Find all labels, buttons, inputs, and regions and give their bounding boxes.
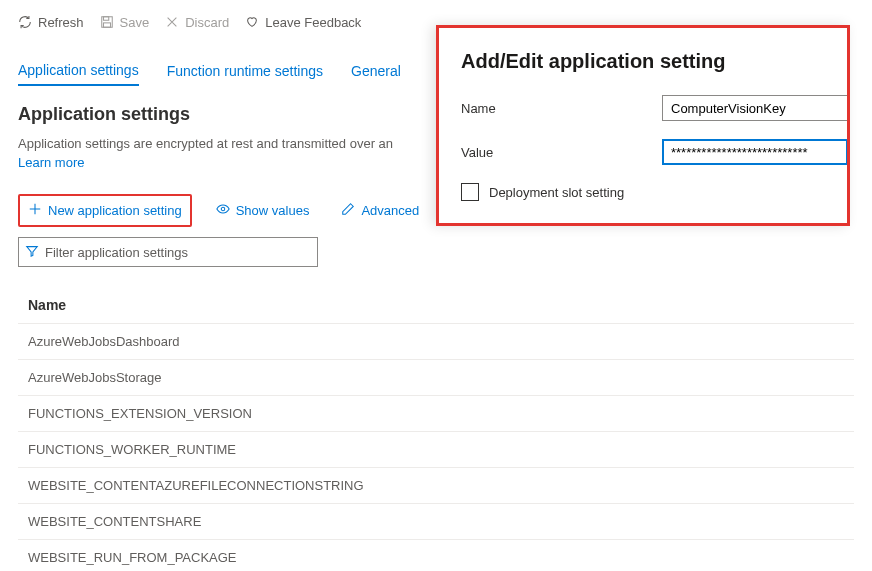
slot-setting-label: Deployment slot setting <box>489 185 624 200</box>
panel-row-value: Value <box>461 139 847 165</box>
panel-row-name: Name <box>461 95 847 121</box>
refresh-icon <box>18 15 32 29</box>
filter-row <box>18 237 854 267</box>
table-row[interactable]: AzureWebJobsDashboard <box>18 323 854 359</box>
discard-button[interactable]: Discard <box>165 15 229 30</box>
table-row[interactable]: WEBSITE_RUN_FROM_PACKAGE <box>18 539 854 571</box>
svg-point-3 <box>221 207 225 211</box>
plus-icon <box>28 202 42 219</box>
table-row[interactable]: WEBSITE_CONTENTSHARE <box>18 503 854 539</box>
save-icon <box>100 15 114 29</box>
value-input[interactable] <box>662 139 847 165</box>
tab-function-runtime-settings[interactable]: Function runtime settings <box>167 62 323 86</box>
discard-label: Discard <box>185 15 229 30</box>
show-values-label: Show values <box>236 203 310 218</box>
filter-icon <box>25 244 39 261</box>
pencil-icon <box>341 202 355 219</box>
advanced-edit-button[interactable]: Advanced <box>333 196 427 225</box>
value-label: Value <box>461 145 662 160</box>
filter-input-wrap[interactable] <box>18 237 318 267</box>
add-edit-setting-panel: Add/Edit application setting Name Value … <box>436 25 850 226</box>
new-setting-label: New application setting <box>48 203 182 218</box>
eye-icon <box>216 202 230 219</box>
save-label: Save <box>120 15 150 30</box>
table-row[interactable]: FUNCTIONS_WORKER_RUNTIME <box>18 431 854 467</box>
tab-application-settings[interactable]: Application settings <box>18 62 139 86</box>
discard-icon <box>165 15 179 29</box>
svg-rect-2 <box>103 23 110 27</box>
save-button[interactable]: Save <box>100 15 150 30</box>
panel-title: Add/Edit application setting <box>461 50 847 73</box>
heart-icon <box>245 15 259 29</box>
refresh-button[interactable]: Refresh <box>18 15 84 30</box>
feedback-label: Leave Feedback <box>265 15 361 30</box>
table-row[interactable]: FUNCTIONS_EXTENSION_VERSION <box>18 395 854 431</box>
slot-setting-checkbox[interactable] <box>461 183 479 201</box>
name-label: Name <box>461 101 662 116</box>
settings-table: Name AzureWebJobsDashboard AzureWebJobsS… <box>18 287 854 571</box>
filter-input[interactable] <box>45 245 311 260</box>
table-header-name: Name <box>18 287 854 323</box>
refresh-label: Refresh <box>38 15 84 30</box>
new-application-setting-button[interactable]: New application setting <box>18 194 192 227</box>
tab-general[interactable]: General <box>351 62 401 86</box>
table-row[interactable]: AzureWebJobsStorage <box>18 359 854 395</box>
feedback-button[interactable]: Leave Feedback <box>245 15 361 30</box>
learn-more-link[interactable]: Learn more <box>18 155 84 170</box>
slot-setting-row: Deployment slot setting <box>461 183 847 201</box>
svg-rect-1 <box>103 17 108 21</box>
show-values-button[interactable]: Show values <box>208 196 318 225</box>
advanced-label: Advanced <box>361 203 419 218</box>
table-row[interactable]: WEBSITE_CONTENTAZUREFILECONNECTIONSTRING <box>18 467 854 503</box>
name-input[interactable] <box>662 95 847 121</box>
